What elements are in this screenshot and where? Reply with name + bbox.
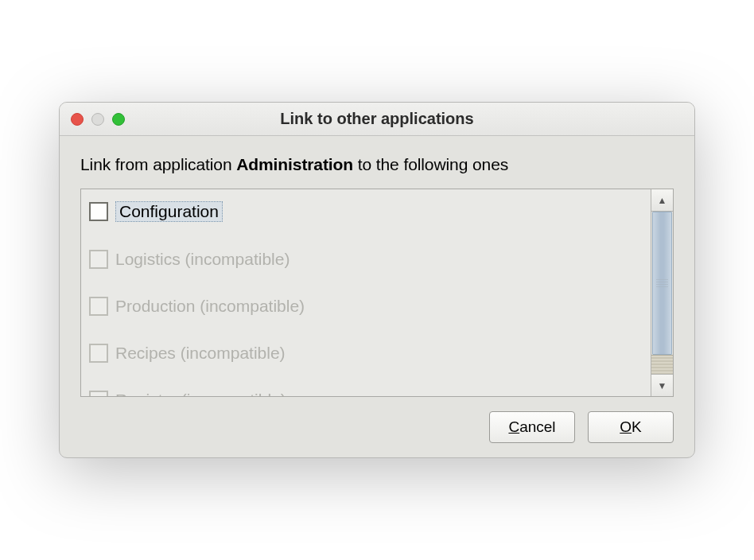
- scroll-down-button[interactable]: ▼: [651, 374, 673, 396]
- list-item-label: Registry (incompatible): [115, 391, 286, 396]
- list-item-label: Configuration: [115, 201, 223, 222]
- checkbox-icon[interactable]: [89, 202, 108, 221]
- minimize-window-button[interactable]: [91, 113, 104, 126]
- zoom-window-button[interactable]: [112, 113, 125, 126]
- checkbox-icon: [89, 250, 108, 269]
- list-item: Production (incompatible): [89, 294, 643, 318]
- list-item-label: Recipes (incompatible): [115, 344, 286, 363]
- grip-icon: [656, 279, 668, 287]
- window-title: Link to other applications: [60, 110, 694, 128]
- titlebar: Link to other applications: [60, 103, 694, 136]
- link-applications-dialog: Link to other applications Link from app…: [59, 102, 695, 458]
- list-item: Recipes (incompatible): [89, 341, 643, 365]
- applications-list-panel: Configuration Logistics (incompatible) P…: [80, 189, 674, 397]
- list-item-label: Production (incompatible): [115, 297, 305, 316]
- ok-button[interactable]: OK: [588, 411, 674, 443]
- ok-button-label: OK: [620, 418, 641, 436]
- checkbox-icon: [89, 344, 108, 363]
- cancel-button[interactable]: Cancel: [489, 411, 575, 443]
- instruction-suffix: to the following ones: [353, 155, 508, 173]
- scroll-gap: [651, 355, 673, 374]
- instruction-app-name: Administration: [236, 155, 353, 173]
- list-item: Registry (incompatible): [89, 388, 643, 396]
- scroll-track[interactable]: [651, 212, 673, 355]
- close-window-button[interactable]: [71, 113, 84, 126]
- chevron-down-icon: ▼: [658, 381, 667, 391]
- checkbox-icon: [89, 391, 108, 396]
- list-item: Logistics (incompatible): [89, 247, 643, 271]
- chevron-up-icon: ▲: [658, 196, 667, 205]
- scroll-thumb[interactable]: [652, 212, 672, 355]
- checkbox-icon: [89, 297, 108, 316]
- list-item[interactable]: Configuration: [89, 199, 643, 224]
- applications-list: Configuration Logistics (incompatible) P…: [81, 189, 651, 396]
- list-item-label: Logistics (incompatible): [115, 250, 290, 269]
- instruction-prefix: Link from application: [80, 155, 236, 173]
- cancel-button-label: Cancel: [508, 418, 555, 436]
- dialog-button-row: Cancel OK: [80, 411, 674, 443]
- scrollbar[interactable]: ▲ ▼: [651, 189, 673, 396]
- scroll-up-button[interactable]: ▲: [651, 189, 673, 212]
- window-controls: [71, 113, 125, 126]
- instruction-text: Link from application Administration to …: [80, 155, 674, 174]
